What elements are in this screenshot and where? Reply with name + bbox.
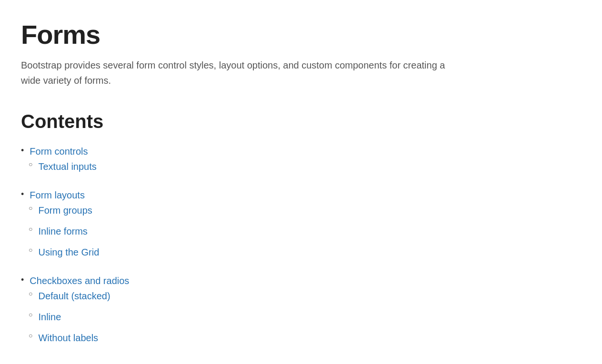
sub-link-2-0[interactable]: Default (stacked) <box>38 288 110 304</box>
sub-item-0-0: ○Textual inputs <box>29 159 97 174</box>
sub-item-1-0: ○Form groups <box>29 203 99 218</box>
page-title: Forms <box>21 19 581 50</box>
bullet-open-icon: ○ <box>29 245 32 256</box>
bullet-filled-icon: • <box>21 144 24 157</box>
sub-item-2-1: ○Inline <box>29 309 110 325</box>
contents-item-0: •Form controls○Textual inputs <box>21 144 581 180</box>
sub-list-1: ○Form groups○Inline forms○Using the Grid <box>29 203 99 266</box>
bullet-open-icon: ○ <box>29 330 32 342</box>
contents-link-2[interactable]: Checkboxes and radios <box>30 273 129 288</box>
sub-link-2-1[interactable]: Inline <box>38 309 61 325</box>
sub-link-1-2[interactable]: Using the Grid <box>38 245 99 260</box>
bullet-open-icon: ○ <box>29 203 32 214</box>
contents-link-1[interactable]: Form layouts <box>30 187 85 203</box>
sub-link-0-0[interactable]: Textual inputs <box>38 159 96 174</box>
sub-link-2-2[interactable]: Without labels <box>38 330 98 345</box>
bullet-open-icon: ○ <box>29 288 32 300</box>
sub-item-2-2: ○Without labels <box>29 330 110 345</box>
contents-list: •Form controls○Textual inputs•Form layou… <box>21 144 581 351</box>
contents-link-0[interactable]: Form controls <box>30 144 88 159</box>
sub-item-1-2: ○Using the Grid <box>29 245 99 260</box>
bullet-filled-icon: • <box>21 273 24 287</box>
sub-list-0: ○Textual inputs <box>29 159 97 180</box>
page-description: Bootstrap provides several form control … <box>21 58 450 88</box>
bullet-open-icon: ○ <box>29 309 32 321</box>
bullet-open-icon: ○ <box>29 159 32 170</box>
bullet-filled-icon: • <box>21 187 24 201</box>
sub-list-2: ○Default (stacked)○Inline○Without labels <box>29 288 110 351</box>
contents-item-1: •Form layouts○Form groups○Inline forms○U… <box>21 187 581 266</box>
contents-heading: Contents <box>21 111 581 132</box>
bullet-open-icon: ○ <box>29 224 32 235</box>
sub-item-2-0: ○Default (stacked) <box>29 288 110 304</box>
sub-link-1-1[interactable]: Inline forms <box>38 224 87 239</box>
sub-item-1-1: ○Inline forms <box>29 224 99 239</box>
contents-item-2: •Checkboxes and radios○Default (stacked)… <box>21 273 581 351</box>
sub-link-1-0[interactable]: Form groups <box>38 203 92 218</box>
